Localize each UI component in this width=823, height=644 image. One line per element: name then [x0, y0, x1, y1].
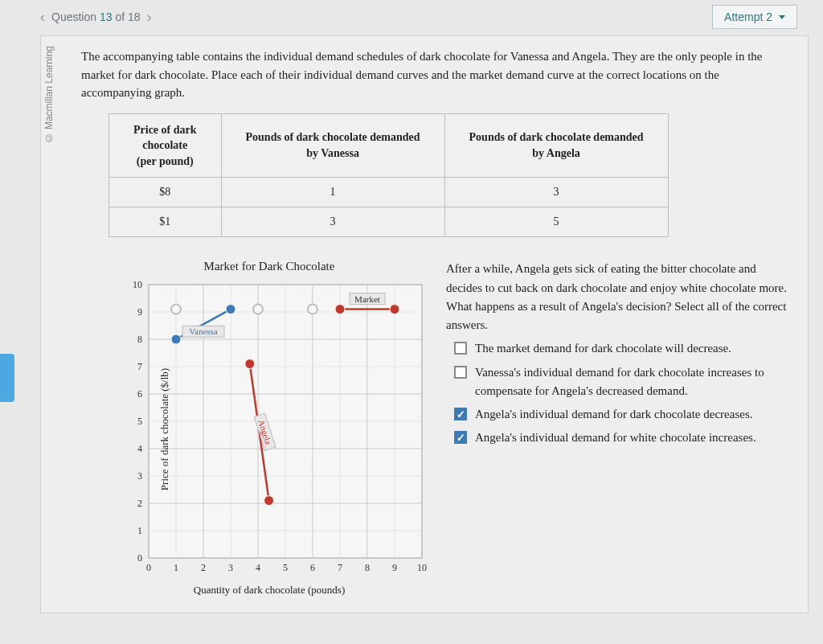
svg-point-49: [226, 305, 235, 314]
option-3[interactable]: Angela's individual demand for white cho…: [446, 429, 792, 447]
cell: $8: [109, 178, 222, 207]
prev-question-button[interactable]: ‹: [40, 9, 45, 26]
svg-text:9: 9: [392, 562, 397, 573]
svg-text:5: 5: [137, 416, 142, 427]
svg-text:3: 3: [137, 470, 142, 482]
option-label: Angela's individual demand for white cho…: [475, 429, 756, 447]
svg-text:7: 7: [137, 361, 142, 372]
q-word: Question: [51, 10, 96, 23]
svg-text:3: 3: [228, 562, 233, 573]
checkbox[interactable]: [454, 342, 467, 355]
prompt-text: The accompanying table contains the indi…: [81, 47, 792, 102]
table-row: $1 3 5: [109, 207, 669, 237]
option-label: Angela's individual demand for dark choc…: [475, 405, 752, 424]
svg-text:6: 6: [137, 388, 142, 400]
chart[interactable]: Market for Dark Chocolate Price of dark …: [109, 260, 430, 597]
cell: 3: [221, 207, 444, 237]
attempt-label: Attempt 2: [724, 10, 772, 23]
svg-point-47: [308, 305, 317, 314]
svg-point-52: [245, 359, 255, 369]
option-label: The market demand for dark chocolate wil…: [475, 339, 731, 358]
demand-table: Price of darkchocolate(per pound) Pounds…: [109, 113, 669, 238]
svg-text:0: 0: [146, 562, 151, 573]
chart-svg[interactable]: 001122334455667788991010VanessaAngelaMar…: [109, 277, 430, 582]
topbar: ‹ Question 13 of 18 › Attempt 2: [0, 0, 809, 32]
checkbox[interactable]: [454, 366, 467, 379]
question-nav: ‹ Question 13 of 18 ›: [40, 9, 152, 26]
y-axis-label: Price of dark chocolate ($/lb): [158, 368, 171, 490]
checkbox[interactable]: [454, 408, 467, 420]
cell: $1: [109, 207, 222, 237]
option-0[interactable]: The market demand for dark chocolate wil…: [446, 339, 792, 358]
svg-text:0: 0: [137, 552, 142, 564]
checkbox[interactable]: [454, 431, 467, 444]
followup-column: After a while, Angela gets sick of eatin…: [446, 260, 792, 597]
attempt-selector[interactable]: Attempt 2: [712, 5, 797, 29]
svg-text:Market: Market: [354, 294, 380, 304]
svg-text:4: 4: [256, 562, 260, 573]
svg-point-56: [335, 305, 345, 314]
q-of: of: [115, 10, 125, 23]
chart-title: Market for Dark Chocolate: [109, 260, 430, 273]
svg-text:Vanessa: Vanessa: [189, 327, 218, 337]
svg-text:7: 7: [338, 562, 342, 573]
next-question-button[interactable]: ›: [147, 9, 152, 26]
svg-text:10: 10: [133, 279, 142, 290]
chart-area[interactable]: Price of dark chocolate ($/lb) 001122334…: [109, 277, 430, 582]
svg-text:6: 6: [310, 562, 315, 573]
cell: 1: [221, 178, 444, 207]
table-row: $8 1 3: [109, 178, 669, 207]
svg-text:10: 10: [417, 562, 427, 573]
q-total: 18: [128, 10, 141, 23]
lower-row: Market for Dark Chocolate Price of dark …: [109, 260, 792, 597]
followup-text: After a while, Angela gets sick of eatin…: [446, 260, 792, 334]
svg-text:1: 1: [174, 562, 178, 573]
svg-text:1: 1: [137, 525, 142, 536]
chevron-down-icon: [779, 15, 785, 19]
svg-text:4: 4: [137, 443, 142, 454]
th-vanessa: Pounds of dark chocolate demandedby Vane…: [221, 113, 444, 178]
svg-point-53: [264, 496, 274, 506]
th-angela: Pounds of dark chocolate demandedby Ange…: [444, 113, 668, 178]
th-price: Price of darkchocolate(per pound): [109, 113, 222, 178]
svg-point-45: [171, 305, 181, 314]
svg-text:2: 2: [137, 498, 142, 509]
cell: 5: [444, 207, 668, 237]
progress-tab[interactable]: [0, 354, 14, 402]
option-2[interactable]: Angela's individual demand for dark choc…: [446, 405, 792, 424]
x-axis-label: Quantity of dark chocolate (pounds): [109, 584, 430, 597]
svg-text:8: 8: [137, 334, 142, 345]
svg-text:2: 2: [201, 562, 206, 573]
option-1[interactable]: Vanessa's individual demand for dark cho…: [446, 363, 792, 401]
q-current: 13: [100, 10, 113, 23]
cell: 3: [444, 178, 668, 207]
question-label: Question 13 of 18: [51, 10, 141, 23]
svg-point-57: [390, 305, 399, 314]
copyright-label: © Macmillan Learning: [43, 46, 55, 143]
svg-text:5: 5: [283, 562, 288, 573]
svg-point-48: [171, 334, 181, 344]
options-list: The market demand for dark chocolate wil…: [446, 339, 792, 447]
svg-text:9: 9: [137, 306, 142, 318]
page: ‹ Question 13 of 18 › Attempt 2 © Macmil…: [0, 0, 823, 613]
svg-text:8: 8: [365, 562, 370, 573]
content-card: © Macmillan Learning The accompanying ta…: [40, 35, 809, 613]
svg-point-46: [253, 305, 263, 314]
option-label: Vanessa's individual demand for dark cho…: [475, 363, 792, 401]
